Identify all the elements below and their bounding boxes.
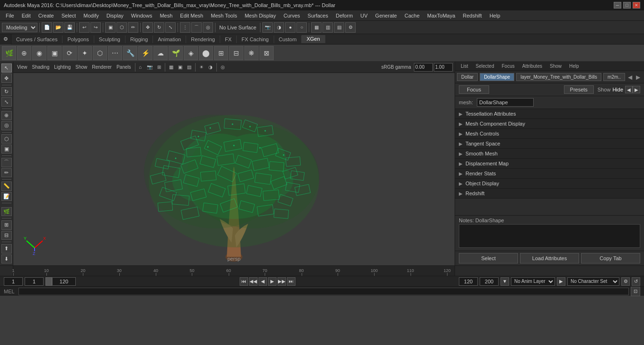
menu-create[interactable]: Create [35, 12, 58, 19]
tb-render3[interactable]: ○ [296, 22, 307, 33]
tb-open[interactable]: 📂 [53, 22, 63, 33]
menu-mesh-display[interactable]: Mesh Display [241, 12, 280, 19]
shelf-icon-1[interactable]: 🌿 [2, 46, 16, 60]
menu-edit[interactable]: Edit [18, 12, 35, 19]
mel-input[interactable] [18, 288, 629, 295]
ae-tab-list[interactable]: List [457, 63, 472, 70]
shelf-tab-fxcaching[interactable]: FX Caching [237, 36, 274, 43]
ae-node-layer[interactable]: layer_Money_Tree_with_Dollar_Bills [516, 73, 601, 81]
vp-shaded[interactable]: ▣ [176, 64, 184, 70]
pb-anim-layer-select[interactable]: No Anim Layer [511, 277, 555, 286]
lt-marquee[interactable]: ▣ [1, 145, 12, 154]
ae-presets-button[interactable]: Presets [564, 85, 594, 94]
ae-section-tessellation-header[interactable]: ▶ Tessellation Attributes [455, 109, 644, 118]
tb-new[interactable]: 📄 [42, 22, 52, 33]
pb-char-set-action[interactable]: ↺ [632, 277, 640, 286]
ae-tab-attributes[interactable]: Attributes [519, 63, 546, 70]
tb-paint[interactable]: ✏ [128, 22, 138, 33]
pb-step-back[interactable]: ◀◀ [249, 277, 258, 286]
lt-transform-tool[interactable]: ⊕ [1, 111, 12, 120]
shelf-icon-10[interactable]: ⚡ [138, 46, 152, 60]
ae-show-label[interactable]: Show [598, 87, 611, 92]
ae-tab-help[interactable]: Help [565, 63, 583, 70]
shelf-tab-animation[interactable]: Animation [153, 36, 186, 43]
ae-node-m2m[interactable]: m2m.. [603, 73, 625, 81]
pb-char-set-select[interactable]: No Character Set [567, 277, 619, 286]
shelf-tab-xgen[interactable]: XGen [302, 35, 325, 43]
lt-extra2[interactable]: ⊟ [1, 231, 12, 240]
ae-section-object-display-header[interactable]: ▶ Object Display [455, 179, 644, 188]
shelf-tab-rendering[interactable]: Rendering [186, 36, 220, 43]
ae-section-redshift-header[interactable]: ▶ Redshift [455, 189, 644, 198]
menu-curves[interactable]: Curves [280, 12, 304, 19]
ae-copy-tab-button[interactable]: Copy Tab [581, 253, 640, 263]
pb-range-end-display[interactable] [459, 277, 478, 286]
menu-cache[interactable]: Cache [401, 12, 423, 19]
pb-char-set-opts[interactable]: ⚙ [621, 277, 630, 286]
ae-hide-label[interactable]: Hide [612, 87, 623, 92]
shelf-icon-13[interactable]: ◈ [184, 46, 198, 60]
shelf-tab-custom[interactable]: Custom [274, 36, 302, 43]
shelf-icon-2[interactable]: ⊕ [17, 46, 31, 60]
pb-anim-layer-opts[interactable]: ▶ [557, 277, 565, 286]
lt-lasso[interactable]: ⬡ [1, 134, 12, 143]
minimize-button[interactable]: ─ [614, 2, 621, 9]
ae-load-attributes-button[interactable]: Load Attributes [520, 253, 579, 263]
ae-section-tangent-header[interactable]: ▶ Tangent Space [455, 139, 644, 148]
ae-tab-focus[interactable]: Focus [498, 63, 518, 70]
lt-curve[interactable]: ⌒ [1, 158, 12, 167]
shelf-icon-11[interactable]: ☁ [153, 46, 168, 60]
timeline-track[interactable]: 1 10 20 30 40 50 60 70 80 90 100 110 120 [13, 266, 455, 276]
menu-select[interactable]: Select [58, 12, 80, 19]
shelf-icon-17[interactable]: ❋ [244, 46, 259, 60]
vp-lights-btn[interactable]: ☀ [197, 64, 206, 70]
vp-menu-renderer[interactable]: Renderer [90, 64, 114, 70]
ae-node-dollar[interactable]: Dollar [457, 73, 478, 81]
vp-shadow-btn[interactable]: ◑ [206, 64, 215, 70]
tb-save[interactable]: 💾 [64, 22, 75, 33]
menu-deform[interactable]: Deform [332, 12, 357, 19]
ae-section-render-stats-header[interactable]: ▶ Render Stats [455, 169, 644, 178]
menu-mesh[interactable]: Mesh [156, 12, 176, 19]
ae-node-dollarshape[interactable]: DollarShape [480, 73, 514, 81]
tb-redo[interactable]: ↪ [90, 22, 101, 33]
shelf-icon-14[interactable]: ⬤ [199, 46, 213, 60]
lt-extra1[interactable]: ⊞ [1, 220, 12, 229]
shelf-tab-curves-surfaces[interactable]: Curves / Surfaces [11, 36, 63, 43]
pb-range-down[interactable]: ▼ [501, 277, 509, 286]
shelf-icon-18[interactable]: ⊠ [259, 46, 274, 60]
vp-menu-panels[interactable]: Panels [115, 64, 133, 70]
shelf-icon-3[interactable]: ◉ [32, 46, 46, 60]
pb-end-field[interactable] [52, 277, 76, 286]
vp-cam-btn[interactable]: 📷 [145, 64, 154, 70]
lt-select-tool[interactable]: ↖ [1, 64, 12, 73]
pb-play-back[interactable]: ◀ [259, 277, 267, 286]
tb-layout1[interactable]: ▦ [311, 22, 322, 33]
shelf-icon-16[interactable]: ⊟ [229, 46, 243, 60]
shelf-icon-9[interactable]: 🔧 [123, 46, 137, 60]
ae-prev-arrow[interactable]: ◀ [627, 74, 633, 81]
lt-extra3[interactable]: ⬆ [1, 244, 12, 253]
tb-layout3[interactable]: ▤ [334, 22, 344, 33]
menu-redshift[interactable]: Redshift [459, 12, 485, 19]
menu-windows[interactable]: Windows [127, 12, 156, 19]
lt-extra4[interactable]: ⬇ [1, 254, 12, 263]
mode-select[interactable]: Modeling [2, 23, 37, 32]
close-button[interactable]: ✕ [633, 2, 640, 9]
vp-menu-show[interactable]: Show [73, 64, 89, 70]
shelf-icon-8[interactable]: ⋯ [108, 46, 122, 60]
menu-file[interactable]: File [2, 12, 18, 19]
ae-expand-left[interactable]: ◀ [625, 86, 633, 93]
mel-script-editor[interactable]: ⊡ [631, 287, 640, 296]
tb-layout2[interactable]: ▥ [322, 22, 333, 33]
shelf-tab-polygons[interactable]: Polygons [63, 36, 94, 43]
shelf-tab-sculpting[interactable]: Sculpting [94, 36, 125, 43]
vp-menu-lighting[interactable]: Lighting [52, 64, 72, 70]
lt-measure[interactable]: 📏 [1, 182, 12, 191]
ae-section-displacement-header[interactable]: ▶ Displacement Map [455, 159, 644, 168]
pb-go-end[interactable]: ⏭ [287, 277, 295, 286]
ae-focus-button[interactable]: Focus [459, 85, 489, 94]
ae-expand-right[interactable]: ▶ [633, 86, 640, 93]
lt-soft-select[interactable]: ◎ [1, 121, 12, 130]
tb-render1[interactable]: ◑ [274, 22, 284, 33]
